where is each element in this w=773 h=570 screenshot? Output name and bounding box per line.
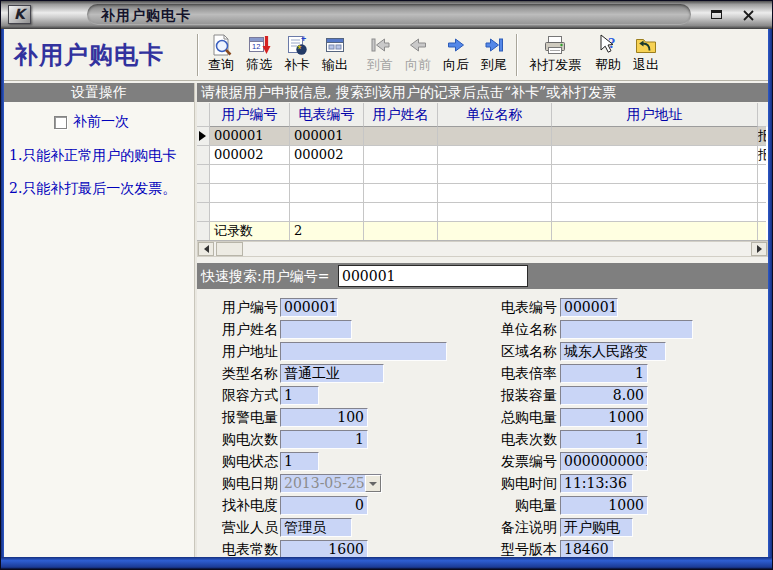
empty-row xyxy=(197,165,768,184)
field-left-10[interactable]: 0 xyxy=(280,496,368,515)
field-value: 000001 xyxy=(564,299,617,315)
grid-clipped-column-header xyxy=(758,103,766,127)
toolbar-button-exit[interactable]: 退出 xyxy=(627,31,665,79)
grid-column-header[interactable]: 电表编号 xyxy=(290,103,364,127)
toolbar-separator xyxy=(516,34,518,76)
grid-column-header[interactable]: 用户地址 xyxy=(552,103,758,127)
field-label: 用户地址 xyxy=(197,343,278,361)
row-indicator-cell xyxy=(197,165,210,184)
field-value: 1600 xyxy=(328,541,364,557)
grid-clipped-cell xyxy=(758,222,766,241)
checkbox-icon[interactable] xyxy=(54,116,67,129)
grid-cell[interactable] xyxy=(438,146,552,165)
toolbar-button-label: 向后 xyxy=(443,57,469,73)
maximize-icon xyxy=(711,10,722,19)
field-left-11[interactable]: 管理员 xyxy=(280,518,352,537)
field-label: 用户编号 xyxy=(197,299,278,317)
grid-cell-empty xyxy=(210,203,290,222)
field-left-7[interactable]: 1 xyxy=(280,430,368,449)
table-row[interactable]: 000001000001报 xyxy=(197,127,768,146)
toolbar-button-filter[interactable]: 12筛选 xyxy=(240,31,278,79)
field-label: 发票编号 xyxy=(477,453,557,471)
output-icon xyxy=(323,33,347,57)
grid-cell[interactable] xyxy=(364,127,438,146)
grid-horizontal-scrollbar[interactable] xyxy=(197,241,768,257)
field-label: 类型名称 xyxy=(197,365,278,383)
field-label: 营业人员 xyxy=(197,519,278,537)
field-right-8[interactable]: 0000000001 xyxy=(560,452,648,471)
field-value: 开户购电 xyxy=(564,519,620,535)
field-right-3[interactable]: 城东人民路变 xyxy=(560,342,666,361)
grid-column-header[interactable]: 用户姓名 xyxy=(364,103,438,127)
last-icon xyxy=(482,33,506,57)
field-value: 管理员 xyxy=(284,519,326,535)
toolbar-buttons: 查询12筛选+*补卡输出到首向前向后到尾补打发票?帮助退出 xyxy=(202,31,665,79)
field-value: 0000000001 xyxy=(564,453,648,469)
field-value: 8.00 xyxy=(613,387,644,403)
grid-cell[interactable] xyxy=(552,146,758,165)
grid-cell[interactable]: 000001 xyxy=(290,127,364,146)
table-row[interactable]: 000002000002报 xyxy=(197,146,768,165)
toolbar-button-first: 到首 xyxy=(361,31,399,79)
scroll-right-button[interactable] xyxy=(751,242,767,256)
quick-search-input[interactable] xyxy=(338,265,528,287)
grid-cell[interactable]: 000001 xyxy=(210,127,290,146)
toolbar: 补用户购电卡 查询12筛选+*补卡输出到首向前向后到尾补打发票?帮助退出 xyxy=(4,29,768,81)
field-left-4[interactable]: 普通工业 xyxy=(280,364,384,383)
grid-cell[interactable] xyxy=(552,127,758,146)
field-value: 1 xyxy=(635,365,644,381)
exit-icon xyxy=(634,33,658,57)
toolbar-button-label: 向前 xyxy=(405,57,431,73)
field-left-9[interactable]: 2013-05-25 xyxy=(280,474,382,493)
toolbar-button-card[interactable]: +*补卡 xyxy=(278,31,316,79)
field-label: 单位名称 xyxy=(477,321,557,339)
grid-column-header[interactable]: 单位名称 xyxy=(438,103,552,127)
title-bar: K 补用户购电卡 xyxy=(1,1,772,29)
toolbar-button-label: 查询 xyxy=(208,57,234,73)
field-right-10[interactable]: 1000 xyxy=(560,496,648,515)
dropdown-button[interactable] xyxy=(365,475,381,492)
field-left-1[interactable]: 000001 xyxy=(280,298,338,317)
field-left-5[interactable]: 1 xyxy=(280,386,319,405)
grid-cell[interactable]: 000002 xyxy=(210,146,290,165)
maximize-button[interactable] xyxy=(706,6,726,23)
field-right-6[interactable]: 1000 xyxy=(560,408,648,427)
field-right-5[interactable]: 8.00 xyxy=(560,386,648,405)
field-left-6[interactable]: 100 xyxy=(280,408,368,427)
chevron-down-icon xyxy=(369,482,377,486)
close-button[interactable] xyxy=(738,6,758,23)
field-right-1[interactable]: 000001 xyxy=(560,298,618,317)
field-label: 用户姓名 xyxy=(197,321,278,339)
svg-text:*: * xyxy=(298,44,302,55)
grid-cell[interactable]: 000002 xyxy=(290,146,364,165)
field-left-2[interactable] xyxy=(280,320,352,339)
toolbar-button-label: 输出 xyxy=(322,57,348,73)
field-label: 购电时间 xyxy=(477,475,557,493)
detail-form: 用户编号000001电表编号000001用户姓名单位名称用户地址区域名称城东人民… xyxy=(197,291,768,557)
field-left-3[interactable] xyxy=(280,342,447,361)
summary-cell xyxy=(552,222,758,241)
field-right-4[interactable]: 1 xyxy=(560,364,648,383)
toolbar-button-printer[interactable]: 补打发票 xyxy=(521,31,589,79)
patch-previous-checkbox[interactable]: 补前一次 xyxy=(54,113,194,131)
field-value: 普通工业 xyxy=(284,365,340,381)
window-title: 补用户购电卡 xyxy=(101,5,191,25)
grid-cell[interactable] xyxy=(438,127,552,146)
field-left-8[interactable]: 1 xyxy=(280,452,319,471)
toolbar-button-search[interactable]: 查询 xyxy=(202,31,240,79)
scrollbar-thumb[interactable] xyxy=(216,242,243,256)
field-right-9[interactable]: 11:13:36 xyxy=(560,474,633,493)
toolbar-button-last[interactable]: 到尾 xyxy=(475,31,513,79)
field-right-11[interactable]: 开户购电 xyxy=(560,518,633,537)
grid-cell[interactable] xyxy=(364,146,438,165)
toolbar-button-help[interactable]: ?帮助 xyxy=(589,31,627,79)
field-right-2[interactable] xyxy=(560,320,693,339)
checkbox-label: 补前一次 xyxy=(73,113,129,131)
toolbar-button-next[interactable]: 向后 xyxy=(437,31,475,79)
field-right-7[interactable]: 1 xyxy=(560,430,648,449)
scroll-left-button[interactable] xyxy=(198,242,214,256)
toolbar-button-output[interactable]: 输出 xyxy=(316,31,354,79)
field-value: 1000 xyxy=(608,409,644,425)
grid-column-header[interactable]: 用户编号 xyxy=(210,103,290,127)
grid-clipped-cell: 报 xyxy=(758,127,766,146)
